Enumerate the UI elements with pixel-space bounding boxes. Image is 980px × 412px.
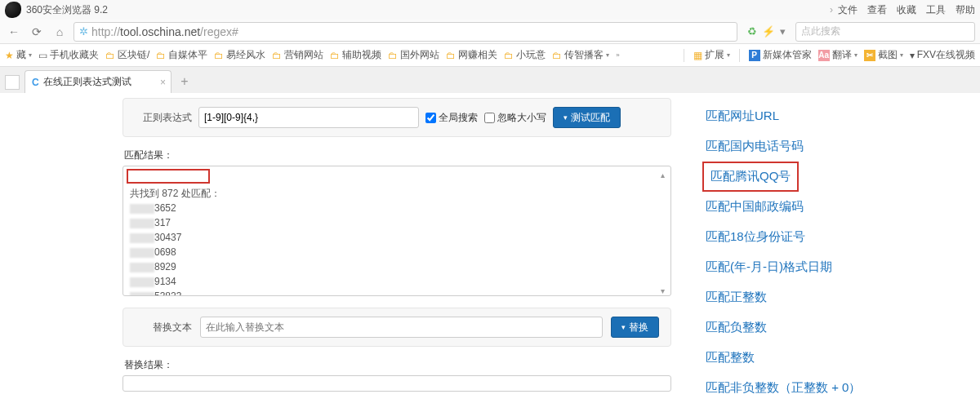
window-titlebar: 360安全浏览器 9.2 › 文件 查看 收藏 工具 帮助: [0, 0, 980, 20]
side-link-id18[interactable]: 匹配18位身份证号: [702, 222, 980, 252]
side-link-posint[interactable]: 匹配正整数: [702, 282, 980, 312]
ext-menu[interactable]: ▦扩展▾: [693, 48, 730, 62]
caret-down-icon: ▾: [621, 323, 626, 331]
side-link-phone[interactable]: 匹配国内电话号码: [702, 131, 980, 162]
bookmark-folder-9[interactable]: 🗀传智播客▾: [552, 48, 609, 62]
star-icon: ★: [5, 50, 14, 61]
sidebar-links: 匹配网址URL 匹配国内电话号码 匹配腾讯QQ号 匹配中国邮政编码 匹配18位身…: [686, 93, 980, 412]
more-bookmarks-icon[interactable]: »: [616, 51, 619, 59]
dropdown-icon[interactable]: ▾: [780, 25, 786, 38]
bookmark-folder-2[interactable]: 🗀自媒体平: [156, 48, 207, 62]
search-input[interactable]: 点此搜索: [795, 22, 975, 42]
folder-icon: 🗀: [214, 50, 224, 61]
menu-help[interactable]: 帮助: [956, 3, 975, 17]
top-menu: 文件 查看 收藏 工具 帮助: [838, 3, 975, 17]
side-link-qq[interactable]: 匹配腾讯QQ号: [702, 162, 799, 192]
chevron-right-icon: ›: [830, 4, 833, 16]
folder-icon: 🗀: [105, 50, 115, 61]
bookmark-folder-8[interactable]: 🗀小玩意: [504, 48, 546, 62]
scroll-up-icon[interactable]: ▴: [661, 169, 669, 177]
scroll-down-icon[interactable]: ▾: [661, 285, 669, 293]
recycle-icon[interactable]: ♻: [747, 25, 757, 38]
ext-screenshot[interactable]: ✂截图▾: [864, 48, 903, 62]
ext-icon: ✂: [864, 50, 875, 61]
page-content: 正则表达式 全局搜索 忽略大小写 ▾测试匹配 匹配结果： 共找到 872 处匹配…: [0, 93, 980, 412]
url-text: http://tool.oschina.net/regex#: [91, 25, 238, 38]
tab-strip: C 在线正则表达式测试 × +: [0, 67, 980, 93]
side-link-postal[interactable]: 匹配中国邮政编码: [702, 192, 980, 222]
bookmark-folder-1[interactable]: 🗀区块链/: [105, 48, 149, 62]
replace-button[interactable]: ▾替换: [611, 317, 659, 338]
folder-icon: 🗀: [504, 50, 514, 61]
folder-icon: 🗀: [552, 50, 562, 61]
side-link-int[interactable]: 匹配整数: [702, 343, 980, 373]
folder-icon: 🗀: [330, 50, 340, 61]
regex-label: 正则表达式: [135, 111, 192, 125]
bookmark-folder-3[interactable]: 🗀易经风水: [214, 48, 265, 62]
back-button[interactable]: ←: [5, 23, 23, 41]
menu-favorites[interactable]: 收藏: [897, 3, 916, 17]
ext-icon: P: [749, 50, 760, 61]
bookmarks-bar: ★藏▾ ▭手机收藏夹 🗀区块链/ 🗀自媒体平 🗀易经风水 🗀营销网站 🗀辅助视频…: [0, 44, 980, 67]
site-favicon-icon: ✲: [79, 25, 88, 38]
folder-icon: 🗀: [156, 50, 166, 61]
window-title: 360安全浏览器 9.2: [26, 3, 830, 17]
sidebar-toggle[interactable]: [5, 75, 20, 90]
side-link-url[interactable]: 匹配网址URL: [702, 101, 980, 131]
ext-icon: Aa: [818, 50, 830, 61]
bookmark-fav[interactable]: ★藏▾: [5, 48, 32, 62]
ignorecase-checkbox[interactable]: 忽略大小写: [484, 111, 546, 125]
phone-icon: ▭: [38, 50, 47, 61]
tab-active[interactable]: C 在线正则表达式测试 ×: [24, 70, 172, 93]
main-column: 正则表达式 全局搜索 忽略大小写 ▾测试匹配 匹配结果： 共找到 872 处匹配…: [0, 93, 686, 412]
side-link-negint[interactable]: 匹配负整数: [702, 312, 980, 343]
caret-down-icon: ▾: [564, 113, 568, 122]
result-label: 匹配结果：: [124, 148, 671, 162]
global-checkbox[interactable]: 全局搜索: [425, 111, 478, 125]
replace-panel: 替换文本 ▾替换: [122, 308, 671, 347]
address-bar: ← ⟳ ⌂ ✲ http://tool.oschina.net/regex# ♻…: [0, 20, 980, 44]
url-field[interactable]: ✲ http://tool.oschina.net/regex#: [74, 22, 737, 42]
ext-fxv[interactable]: ▾FXV在线视频: [910, 48, 975, 62]
tab-title: 在线正则表达式测试: [43, 75, 131, 89]
regex-input[interactable]: [198, 107, 419, 128]
close-icon[interactable]: ×: [160, 77, 166, 88]
replace-input[interactable]: [200, 317, 603, 338]
grid-icon: ▦: [693, 50, 702, 61]
side-link-date[interactable]: 匹配(年-月-日)格式日期: [702, 252, 980, 282]
play-icon: ▾: [910, 50, 915, 61]
side-link-cut[interactable]: 匹配非负整数（正整数 + 0）: [702, 373, 980, 403]
bolt-icon[interactable]: ⚡: [762, 25, 775, 38]
tab-favicon-icon: C: [32, 77, 39, 88]
replace-result-textarea[interactable]: [122, 375, 671, 392]
reload-button[interactable]: ⟳: [28, 23, 46, 41]
new-tab-button[interactable]: +: [175, 72, 194, 91]
bookmark-folder-7[interactable]: 🗀网赚相关: [446, 48, 497, 62]
replace-label: 替换文本: [135, 321, 192, 334]
home-button[interactable]: ⌂: [51, 23, 69, 41]
folder-icon: 🗀: [446, 50, 456, 61]
browser-logo-icon: [5, 2, 21, 18]
menu-view[interactable]: 查看: [867, 3, 887, 17]
test-match-button[interactable]: ▾测试匹配: [553, 107, 621, 128]
replace-result-label: 替换结果：: [124, 358, 671, 372]
menu-tools[interactable]: 工具: [926, 3, 946, 17]
result-textarea[interactable]: 共找到 872 处匹配： 3652 317 30437 0698 8929 91…: [122, 166, 671, 296]
menu-file[interactable]: 文件: [838, 3, 858, 17]
bookmark-folder-5[interactable]: 🗀辅助视频: [330, 48, 381, 62]
ext-newmedia[interactable]: P新媒体管家: [749, 48, 812, 62]
bookmark-mobile[interactable]: ▭手机收藏夹: [38, 48, 99, 62]
bookmark-folder-6[interactable]: 🗀国外网站: [388, 48, 439, 62]
folder-icon: 🗀: [272, 50, 282, 61]
folder-icon: 🗀: [388, 50, 398, 61]
bookmark-folder-4[interactable]: 🗀营销网站: [272, 48, 323, 62]
address-right-icons: ♻ ⚡ ▾: [747, 25, 786, 38]
search-placeholder: 点此搜索: [801, 24, 840, 38]
ext-translate[interactable]: Aa翻译▾: [818, 48, 858, 62]
regex-panel: 正则表达式 全局搜索 忽略大小写 ▾测试匹配: [122, 98, 671, 137]
